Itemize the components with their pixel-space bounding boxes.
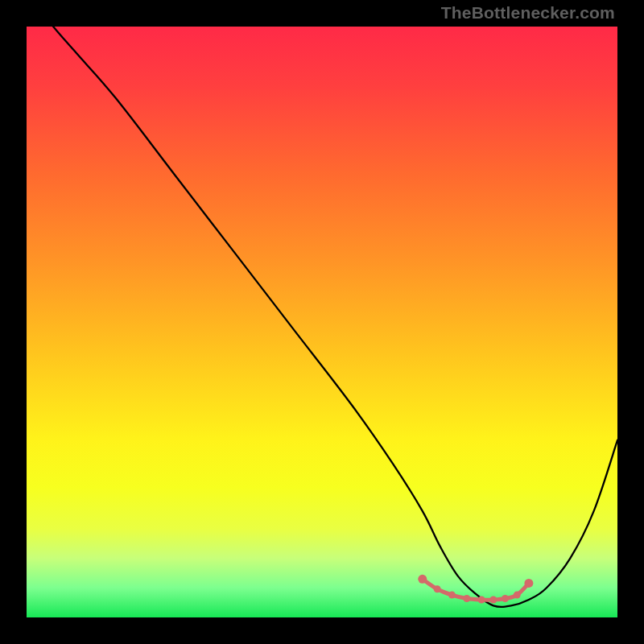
optimal-range-point <box>434 585 441 592</box>
gradient-background <box>27 27 617 617</box>
optimal-range-point <box>463 595 470 602</box>
optimal-range-point <box>489 596 497 603</box>
watermark-text: TheBottlenecker.com <box>441 3 615 23</box>
optimal-range-point <box>502 595 509 602</box>
chart-frame: TheBottlenecker.com <box>0 0 644 644</box>
plot-area <box>27 27 617 617</box>
optimal-range-point <box>418 575 427 584</box>
chart-svg <box>27 27 617 617</box>
optimal-range-point <box>478 596 485 603</box>
optimal-range-point <box>448 592 456 599</box>
optimal-range-point <box>514 592 521 599</box>
optimal-range-point <box>524 579 533 588</box>
